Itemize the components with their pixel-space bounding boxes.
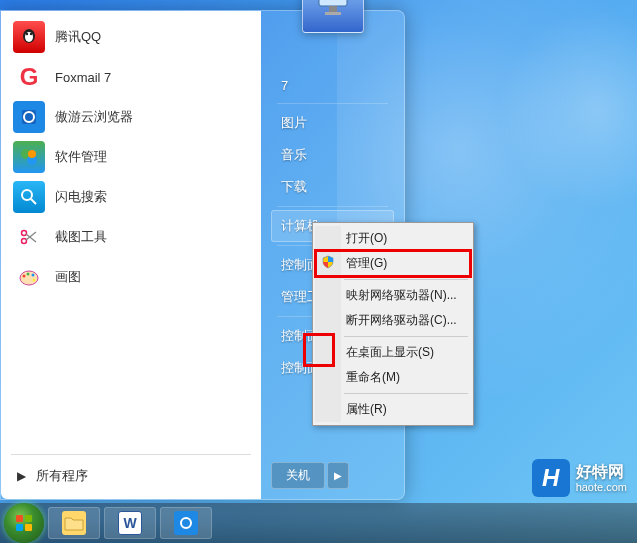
taskbar-explorer[interactable] [48,507,100,539]
svg-point-28 [181,518,191,528]
shutdown-options-arrow[interactable]: ▶ [327,462,349,489]
shutdown-button[interactable]: 关机 [271,462,325,489]
program-label: Foxmail 7 [55,70,111,85]
svg-point-17 [27,273,30,276]
shutdown-group: 关机 ▶ [271,462,394,489]
scissors-icon [13,221,45,253]
monitor-icon [311,0,355,24]
ctx-manage[interactable]: 管理(G) [316,251,470,276]
svg-rect-25 [25,515,32,522]
search-icon [13,181,45,213]
ctx-properties[interactable]: 属性(R) [316,397,470,422]
watermark-badge: H [532,459,570,497]
svg-line-10 [31,199,36,204]
ctx-map-drive[interactable]: 映射网络驱动器(N)... [316,283,470,308]
svg-point-19 [33,279,36,282]
windows-logo-icon [12,511,36,535]
program-label: 腾讯QQ [55,28,101,46]
program-label: 截图工具 [55,228,107,246]
softmgr-icon [13,141,45,173]
folder-icon [62,511,86,535]
svg-rect-22 [325,12,341,15]
separator [277,103,388,104]
uac-shield-icon [321,255,335,269]
separator [344,336,468,337]
places-pictures[interactable]: 图片 [271,107,394,139]
maxthon-icon [13,101,45,133]
program-label: 闪电搜索 [55,188,107,206]
separator [344,393,468,394]
program-softmgr[interactable]: 软件管理 [5,137,257,177]
watermark-name: 好特网 [576,463,627,481]
program-foxmail[interactable]: G Foxmail 7 [5,57,257,97]
all-programs[interactable]: ▶ 所有程序 [5,459,257,493]
all-programs-label: 所有程序 [36,467,88,485]
maxthon-icon [174,511,198,535]
svg-point-2 [26,33,28,35]
svg-point-9 [22,190,32,200]
svg-rect-20 [319,0,347,6]
svg-rect-21 [329,6,337,12]
svg-rect-24 [16,515,23,522]
program-label: 画图 [55,268,81,286]
user-picture[interactable] [302,0,364,33]
qq-icon [13,21,45,53]
arrow-right-icon: ▶ [17,469,26,483]
places-downloads[interactable]: 下载 [271,171,394,203]
program-paint[interactable]: 画图 [5,257,257,297]
taskbar-word[interactable]: W [104,507,156,539]
user-name[interactable]: 7 [271,71,394,100]
program-snip[interactable]: 截图工具 [5,217,257,257]
watermark: H 好特网 haote.com [532,459,627,497]
ctx-manage-label: 管理(G) [346,256,387,270]
taskbar: W [0,503,637,543]
separator [344,279,468,280]
watermark-url: haote.com [576,481,627,493]
svg-point-8 [28,150,36,158]
ctx-open[interactable]: 打开(O) [316,226,470,251]
separator [277,206,388,207]
svg-point-3 [30,33,32,35]
program-label: 软件管理 [55,148,107,166]
svg-rect-26 [16,524,23,531]
ctx-rename[interactable]: 重命名(M) [316,365,470,390]
computer-context-menu: 打开(O) 管理(G) 映射网络驱动器(N)... 断开网络驱动器(C)... … [312,222,474,426]
start-button[interactable] [4,503,44,543]
program-flashsearch[interactable]: 闪电搜索 [5,177,257,217]
program-label: 傲游云浏览器 [55,108,133,126]
svg-point-16 [23,275,26,278]
foxmail-icon: G [13,61,45,93]
ctx-disconnect-drive[interactable]: 断开网络驱动器(C)... [316,308,470,333]
program-maxthon[interactable]: 傲游云浏览器 [5,97,257,137]
program-qq[interactable]: 腾讯QQ [5,17,257,57]
separator [11,454,251,455]
word-icon: W [118,511,142,535]
start-menu-programs-pane: 腾讯QQ G Foxmail 7 傲游云浏览器 软件管理 闪电搜索 截图工具 画… [1,11,261,499]
svg-rect-27 [25,524,32,531]
annotation-highlight-small [303,333,335,367]
taskbar-maxthon[interactable] [160,507,212,539]
places-music[interactable]: 音乐 [271,139,394,171]
ctx-show-desktop[interactable]: 在桌面上显示(S) [316,340,470,365]
svg-point-18 [32,274,35,277]
palette-icon [13,261,45,293]
